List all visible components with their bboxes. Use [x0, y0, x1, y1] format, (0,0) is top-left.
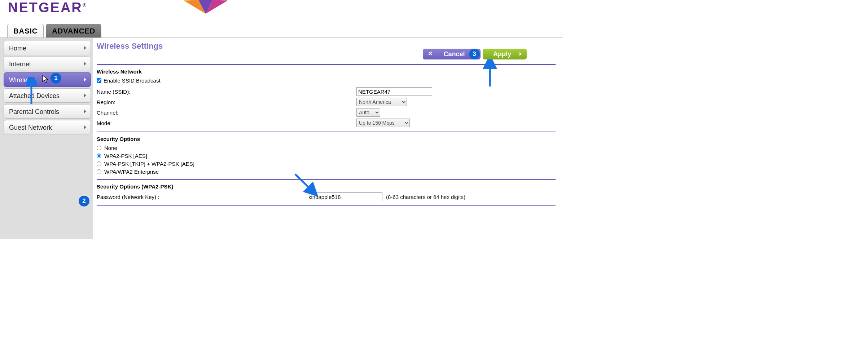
password-label: Password (Network Key) :: [97, 194, 307, 200]
main-tabs: BASIC ADVANCED: [0, 24, 563, 37]
chevron-right-icon: [84, 110, 86, 113]
sidebar-item-parental-controls[interactable]: Parental Controls: [4, 104, 91, 119]
apply-button[interactable]: Apply: [483, 49, 527, 59]
channel-label: Channel:: [97, 110, 356, 116]
security-radio-wpa-tkip-wpa2-aes[interactable]: [97, 161, 101, 166]
cancel-button[interactable]: Cancel: [423, 49, 481, 59]
channel-select[interactable]: Auto: [356, 108, 380, 117]
region-select[interactable]: North America: [356, 98, 407, 106]
brand-logo: NETGEAR®: [8, 0, 87, 15]
sidebar-item-label: Internet: [9, 61, 31, 68]
security-label-none: None: [104, 145, 117, 151]
chevron-right-icon: [84, 78, 86, 81]
divider: [97, 132, 556, 132]
sidebar-item-internet[interactable]: Internet: [4, 57, 91, 71]
password-input[interactable]: [307, 192, 382, 201]
gem-graphic: [173, 0, 238, 16]
security-radio-wpa-wpa2-enterprise[interactable]: [97, 169, 101, 174]
security-label-wpa2-psk-aes: WPA2-PSK [AES]: [104, 153, 147, 159]
chevron-right-icon: [84, 125, 86, 129]
ssid-name-input[interactable]: [356, 87, 432, 96]
app-header: NETGEAR®: [0, 0, 563, 18]
divider: [97, 205, 556, 206]
ssid-broadcast-label: Enable SSID Broadcast: [104, 77, 161, 84]
mode-select[interactable]: Up to 150 Mbps: [356, 119, 410, 127]
mode-label: Mode:: [97, 120, 356, 126]
chevron-right-icon: [84, 94, 86, 97]
content-body: Home Internet Wireless Attached Devices …: [0, 37, 563, 239]
sidebar-item-label: Home: [9, 45, 26, 52]
security-radio-wpa2-psk-aes[interactable]: [97, 154, 101, 158]
region-label: Region:: [97, 99, 356, 105]
section-heading-wireless-network: Wireless Network: [97, 68, 556, 75]
password-hint: (8-63 characters or 64 hex digits): [386, 194, 465, 200]
sidebar: Home Internet Wireless Attached Devices …: [0, 38, 93, 239]
security-label-wpa-tkip-wpa2-aes: WPA-PSK [TKIP] + WPA2-PSK [AES]: [104, 161, 194, 167]
sidebar-item-label: Guest Network: [9, 124, 52, 131]
ssid-broadcast-checkbox[interactable]: [97, 78, 101, 83]
divider: [97, 64, 556, 65]
ssid-name-label: Name (SSID):: [97, 89, 356, 95]
sidebar-item-label: Parental Controls: [9, 108, 59, 115]
tab-advanced[interactable]: ADVANCED: [46, 24, 101, 37]
sidebar-item-wireless[interactable]: Wireless: [4, 72, 91, 87]
section-heading-wpa2-psk: Security Options (WPA2-PSK): [97, 183, 556, 190]
sidebar-item-label: Attached Devices: [9, 92, 60, 99]
main-panel: Wireless Settings Cancel Apply Wireless …: [93, 38, 563, 239]
sidebar-item-guest-network[interactable]: Guest Network: [4, 120, 91, 134]
chevron-right-icon: [84, 46, 86, 50]
sidebar-item-home[interactable]: Home: [4, 41, 91, 55]
action-buttons: Cancel Apply: [423, 49, 527, 59]
tab-basic[interactable]: BASIC: [7, 24, 44, 37]
divider: [97, 179, 556, 180]
security-radio-none[interactable]: [97, 146, 101, 150]
sidebar-item-attached-devices[interactable]: Attached Devices: [4, 88, 91, 103]
security-label-wpa-wpa2-enterprise: WPA/WPA2 Enterprise: [104, 169, 159, 175]
sidebar-item-label: Wireless: [9, 76, 34, 84]
chevron-right-icon: [84, 62, 86, 66]
section-heading-security-options: Security Options: [97, 136, 556, 142]
